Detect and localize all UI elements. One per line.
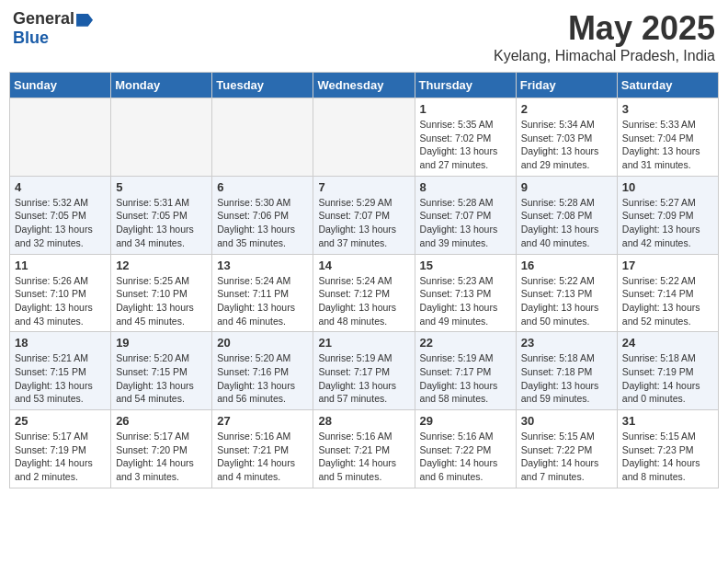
day-number: 24 [622, 336, 713, 350]
day-detail: Sunrise: 5:35 AM Sunset: 7:02 PM Dayligh… [420, 118, 511, 172]
day-number: 3 [622, 102, 713, 116]
day-cell: 4Sunrise: 5:32 AM Sunset: 7:05 PM Daylig… [10, 176, 111, 254]
day-number: 6 [217, 180, 308, 194]
day-cell: 3Sunrise: 5:33 AM Sunset: 7:04 PM Daylig… [617, 98, 718, 177]
day-number: 27 [217, 414, 308, 428]
logo-top: General [13, 9, 93, 29]
day-number: 12 [116, 259, 207, 272]
day-cell: 9Sunrise: 5:28 AM Sunset: 7:08 PM Daylig… [516, 176, 617, 254]
day-detail: Sunrise: 5:34 AM Sunset: 7:03 PM Dayligh… [521, 118, 612, 172]
day-number: 20 [217, 336, 308, 350]
day-cell: 18Sunrise: 5:21 AM Sunset: 7:15 PM Dayli… [10, 332, 111, 410]
day-detail: Sunrise: 5:18 AM Sunset: 7:19 PM Dayligh… [622, 351, 713, 406]
day-cell [111, 98, 212, 177]
day-number: 7 [318, 180, 409, 194]
weekday-header-thursday: Thursday [415, 73, 516, 98]
day-number: 16 [521, 259, 612, 272]
day-cell: 16Sunrise: 5:22 AM Sunset: 7:13 PM Dayli… [516, 254, 617, 332]
day-detail: Sunrise: 5:32 AM Sunset: 7:05 PM Dayligh… [15, 196, 106, 250]
day-number: 5 [116, 180, 207, 194]
location: Kyelang, Himachal Pradesh, India [494, 48, 715, 64]
week-row-3: 11Sunrise: 5:26 AM Sunset: 7:10 PM Dayli… [10, 254, 719, 332]
day-cell: 17Sunrise: 5:22 AM Sunset: 7:14 PM Dayli… [617, 254, 718, 332]
day-cell [212, 98, 313, 177]
calendar: SundayMondayTuesdayWednesdayThursdayFrid… [9, 72, 719, 488]
logo-blue-text: Blue [13, 29, 49, 48]
day-cell: 22Sunrise: 5:19 AM Sunset: 7:17 PM Dayli… [415, 332, 516, 410]
day-detail: Sunrise: 5:26 AM Sunset: 7:10 PM Dayligh… [15, 274, 106, 328]
day-number: 15 [420, 259, 511, 272]
day-detail: Sunrise: 5:23 AM Sunset: 7:13 PM Dayligh… [420, 274, 511, 328]
day-cell: 13Sunrise: 5:24 AM Sunset: 7:11 PM Dayli… [212, 254, 313, 332]
day-cell: 12Sunrise: 5:25 AM Sunset: 7:10 PM Dayli… [111, 254, 212, 332]
day-cell: 2Sunrise: 5:34 AM Sunset: 7:03 PM Daylig… [516, 98, 617, 177]
day-cell: 6Sunrise: 5:30 AM Sunset: 7:06 PM Daylig… [212, 176, 313, 254]
week-row-4: 18Sunrise: 5:21 AM Sunset: 7:15 PM Dayli… [10, 332, 719, 410]
day-number: 31 [622, 414, 713, 428]
day-detail: Sunrise: 5:21 AM Sunset: 7:15 PM Dayligh… [15, 351, 106, 406]
day-cell: 26Sunrise: 5:17 AM Sunset: 7:20 PM Dayli… [111, 410, 212, 488]
day-cell: 24Sunrise: 5:18 AM Sunset: 7:19 PM Dayli… [617, 332, 718, 410]
day-detail: Sunrise: 5:28 AM Sunset: 7:08 PM Dayligh… [521, 196, 612, 250]
day-detail: Sunrise: 5:30 AM Sunset: 7:06 PM Dayligh… [217, 196, 308, 250]
day-detail: Sunrise: 5:31 AM Sunset: 7:05 PM Dayligh… [116, 196, 207, 250]
week-row-5: 25Sunrise: 5:17 AM Sunset: 7:19 PM Dayli… [10, 410, 719, 488]
day-detail: Sunrise: 5:19 AM Sunset: 7:17 PM Dayligh… [420, 351, 511, 406]
day-number: 25 [15, 414, 106, 428]
day-detail: Sunrise: 5:15 AM Sunset: 7:22 PM Dayligh… [521, 430, 612, 484]
day-cell: 31Sunrise: 5:15 AM Sunset: 7:23 PM Dayli… [617, 410, 718, 488]
day-number: 1 [420, 102, 511, 116]
day-cell: 8Sunrise: 5:28 AM Sunset: 7:07 PM Daylig… [415, 176, 516, 254]
day-detail: Sunrise: 5:19 AM Sunset: 7:17 PM Dayligh… [318, 351, 409, 406]
day-detail: Sunrise: 5:16 AM Sunset: 7:21 PM Dayligh… [217, 430, 308, 484]
day-cell: 5Sunrise: 5:31 AM Sunset: 7:05 PM Daylig… [111, 176, 212, 254]
day-cell: 28Sunrise: 5:16 AM Sunset: 7:21 PM Dayli… [313, 410, 415, 488]
weekday-header-tuesday: Tuesday [212, 73, 313, 98]
day-detail: Sunrise: 5:24 AM Sunset: 7:12 PM Dayligh… [318, 274, 409, 328]
day-cell [313, 98, 415, 177]
day-number: 4 [15, 180, 106, 194]
day-cell: 1Sunrise: 5:35 AM Sunset: 7:02 PM Daylig… [415, 98, 516, 177]
day-cell: 11Sunrise: 5:26 AM Sunset: 7:10 PM Dayli… [10, 254, 111, 332]
day-number: 13 [217, 259, 308, 272]
day-cell: 20Sunrise: 5:20 AM Sunset: 7:16 PM Dayli… [212, 332, 313, 410]
day-detail: Sunrise: 5:29 AM Sunset: 7:07 PM Dayligh… [318, 196, 409, 250]
week-row-2: 4Sunrise: 5:32 AM Sunset: 7:05 PM Daylig… [10, 176, 719, 254]
day-detail: Sunrise: 5:25 AM Sunset: 7:10 PM Dayligh… [116, 274, 207, 328]
day-number: 21 [318, 336, 409, 350]
day-cell [10, 98, 111, 177]
logo-icon [76, 14, 93, 27]
day-number: 14 [318, 259, 409, 272]
day-cell: 25Sunrise: 5:17 AM Sunset: 7:19 PM Dayli… [10, 410, 111, 488]
day-detail: Sunrise: 5:33 AM Sunset: 7:04 PM Dayligh… [622, 118, 713, 172]
day-cell: 19Sunrise: 5:20 AM Sunset: 7:15 PM Dayli… [111, 332, 212, 410]
day-cell: 30Sunrise: 5:15 AM Sunset: 7:22 PM Dayli… [516, 410, 617, 488]
day-number: 29 [420, 414, 511, 428]
weekday-header-friday: Friday [516, 73, 617, 98]
day-number: 19 [116, 336, 207, 350]
week-row-1: 1Sunrise: 5:35 AM Sunset: 7:02 PM Daylig… [10, 98, 719, 177]
day-number: 8 [420, 180, 511, 194]
day-detail: Sunrise: 5:16 AM Sunset: 7:22 PM Dayligh… [420, 430, 511, 484]
logo: General Blue [13, 9, 93, 48]
day-cell: 10Sunrise: 5:27 AM Sunset: 7:09 PM Dayli… [617, 176, 718, 254]
day-number: 30 [521, 414, 612, 428]
weekday-header-saturday: Saturday [617, 73, 718, 98]
header: General Blue May 2025 Kyelang, Himachal … [9, 9, 719, 64]
day-number: 11 [15, 259, 106, 272]
day-number: 26 [116, 414, 207, 428]
day-cell: 27Sunrise: 5:16 AM Sunset: 7:21 PM Dayli… [212, 410, 313, 488]
day-cell: 15Sunrise: 5:23 AM Sunset: 7:13 PM Dayli… [415, 254, 516, 332]
day-number: 2 [521, 102, 612, 116]
month-year: May 2025 [494, 9, 715, 48]
day-detail: Sunrise: 5:24 AM Sunset: 7:11 PM Dayligh… [217, 274, 308, 328]
day-number: 17 [622, 259, 713, 272]
day-number: 18 [15, 336, 106, 350]
day-number: 28 [318, 414, 409, 428]
weekday-header-row: SundayMondayTuesdayWednesdayThursdayFrid… [10, 73, 719, 98]
day-cell: 14Sunrise: 5:24 AM Sunset: 7:12 PM Dayli… [313, 254, 415, 332]
day-detail: Sunrise: 5:20 AM Sunset: 7:15 PM Dayligh… [116, 351, 207, 406]
day-cell: 23Sunrise: 5:18 AM Sunset: 7:18 PM Dayli… [516, 332, 617, 410]
day-number: 9 [521, 180, 612, 194]
day-cell: 29Sunrise: 5:16 AM Sunset: 7:22 PM Dayli… [415, 410, 516, 488]
